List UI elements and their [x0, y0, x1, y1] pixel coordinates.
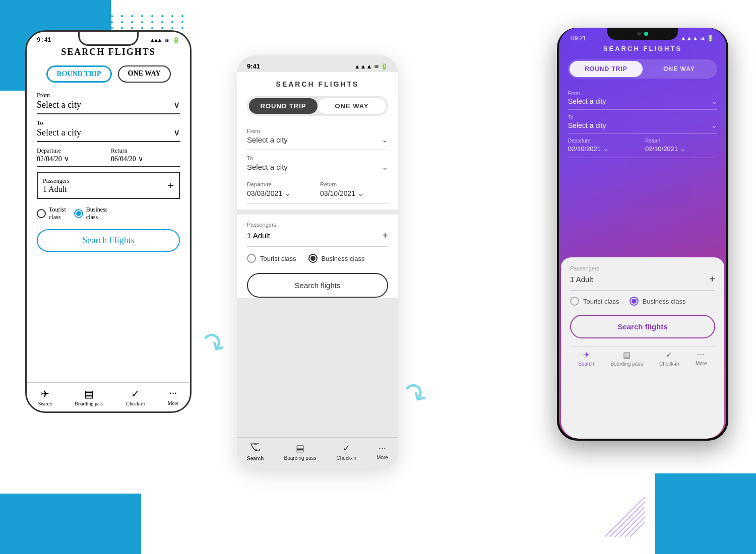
- final-dep-label: Departure: [568, 138, 640, 144]
- final-passengers[interactable]: Passengers 1 Adult +: [570, 265, 715, 291]
- final-business-radio[interactable]: [629, 297, 639, 306]
- mid-tourist-class[interactable]: Tourist class: [247, 254, 296, 263]
- final-boarding-icon: ▤: [623, 350, 631, 360]
- svg-line-1: [610, 502, 645, 537]
- final-dep-value: 02/10/2021: [568, 145, 640, 153]
- mid-departure[interactable]: Departure 03/03/2021: [247, 181, 315, 198]
- wireframe-to-field[interactable]: To Select a city ∨: [37, 119, 180, 142]
- wireframe-nav-more[interactable]: ··· More: [168, 388, 179, 406]
- mid-business-class[interactable]: Business class: [308, 254, 365, 263]
- final-tourist-class[interactable]: Tourist class: [570, 297, 619, 306]
- mid-nav-checkin[interactable]: ✓ Check-in: [337, 443, 356, 461]
- wireframe-passengers-box[interactable]: Passengers 1 Adult +: [37, 172, 180, 199]
- final-to-label: To: [568, 115, 717, 120]
- wireframe-from-chevron: ∨: [173, 99, 180, 110]
- wireframe-nav-search[interactable]: ✈ Search: [38, 388, 52, 406]
- arrow-2: ↷: [397, 374, 433, 414]
- mid-pass-row: 1 Adult +: [247, 230, 388, 241]
- wireframe-tourist-radio[interactable]: [37, 209, 46, 218]
- mid-to-label: To: [247, 155, 388, 161]
- svg-line-3: [620, 512, 645, 537]
- final-to-field[interactable]: To Select a city: [568, 112, 717, 134]
- mid-ret-chevron: [357, 188, 364, 198]
- final-one-way-tab[interactable]: ONE WAY: [643, 61, 716, 77]
- final-nav-boarding[interactable]: ▤ Boarding pass: [610, 350, 643, 367]
- mid-one-way-tab[interactable]: ONE WAY: [318, 98, 386, 114]
- wireframe-to-value: Select a city ∨: [37, 127, 180, 138]
- mid-search-btn[interactable]: Search flights: [247, 273, 388, 298]
- mid-round-trip-tab[interactable]: ROUND TRIP: [249, 98, 318, 114]
- wireframe-nav-checkin[interactable]: ✓ Check-in: [127, 388, 145, 406]
- mid-ret-label: Return: [320, 181, 388, 187]
- final-to-chevron: [711, 121, 717, 129]
- wireframe-from-field[interactable]: From Select a city ∨: [37, 92, 180, 114]
- final-nav-search[interactable]: ✈ Search: [578, 350, 594, 367]
- final-class-row: Tourist class Business class: [570, 297, 715, 306]
- diag-decoration: [605, 497, 645, 539]
- wireframe-bottom-nav: ✈ Search ▤ Boarding pass ✓ Check-in ··· …: [27, 382, 190, 406]
- mid-nav-more[interactable]: ··· More: [376, 443, 388, 461]
- final-search-btn[interactable]: Search flights: [570, 315, 715, 338]
- wireframe-add-passenger-icon[interactable]: +: [168, 179, 174, 192]
- wireframe-radio-dot: [76, 211, 81, 216]
- final-nav-more[interactable]: ··· More: [696, 350, 707, 367]
- final-from-value: Select a city: [568, 97, 717, 105]
- mid-to-field[interactable]: To Select a city: [247, 153, 388, 177]
- final-toggle: ROUND TRIP ONE WAY: [568, 59, 717, 79]
- wireframe-departure[interactable]: Departure 02/04/20 ∨: [37, 147, 106, 163]
- final-departure[interactable]: Departure 02/10/2021: [568, 138, 640, 153]
- final-return[interactable]: Return 02/10/2021: [645, 138, 717, 153]
- wireframe-pass-content: Passengers 1 Adult: [43, 177, 70, 194]
- wireframe-search-icon: ✈: [41, 388, 49, 400]
- final-nav-checkin[interactable]: ✓ Check-in: [659, 350, 679, 367]
- phone-wireframe: 9:41 ▲▲▲ ≋ 🔋 SEARCH FLIGHTS ROUND TRIP O…: [25, 30, 192, 413]
- wireframe-search-btn[interactable]: Search Flights: [37, 229, 180, 252]
- wireframe-tourist-label: Touristclass: [49, 206, 66, 221]
- final-business-class[interactable]: Business class: [629, 297, 686, 306]
- wireframe-round-trip-btn[interactable]: ROUND TRIP: [46, 65, 112, 83]
- wireframe-to-label: To: [37, 119, 180, 127]
- final-ret-label: Return: [645, 138, 717, 144]
- wireframe-return[interactable]: Return 06/04/20 ∨: [111, 147, 180, 163]
- final-camera-dot: [637, 32, 641, 36]
- wireframe-from-value: Select a city ∨: [37, 99, 180, 110]
- wireframe-business-radio[interactable]: [74, 209, 83, 218]
- final-camera-bar: [607, 28, 678, 40]
- final-from-chevron: [711, 97, 717, 105]
- final-from-field[interactable]: From Select a city: [568, 88, 717, 110]
- final-round-trip-tab[interactable]: ROUND TRIP: [570, 61, 643, 77]
- final-camera-green: [644, 32, 648, 36]
- mid-add-passenger-icon[interactable]: +: [382, 230, 388, 241]
- mid-return[interactable]: Return 03/10/2021: [320, 181, 388, 198]
- mid-from-field[interactable]: From Select a city: [247, 126, 388, 150]
- mid-dep-chevron: [284, 188, 291, 198]
- wireframe-checkin-icon: ✓: [131, 388, 140, 400]
- mid-nav-boarding[interactable]: ▤ Boarding pass: [284, 443, 317, 461]
- wireframe-from-label: From: [37, 92, 180, 99]
- mid-tourist-radio[interactable]: [247, 254, 256, 263]
- wireframe-business-class[interactable]: Businessclass: [74, 206, 108, 221]
- wireframe-to-chevron: ∨: [173, 127, 180, 138]
- mid-to-chevron: [382, 162, 388, 172]
- wireframe-one-way-btn[interactable]: ONE WAY: [118, 65, 171, 83]
- mid-business-radio[interactable]: [308, 254, 318, 263]
- bg-decoration-bottom-left: [0, 494, 141, 554]
- mid-dep-value: 03/03/2021: [247, 188, 315, 198]
- svg-line-4: [625, 517, 645, 537]
- mid-pass-label: Passengers: [247, 222, 388, 228]
- mid-class-row: Tourist class Business class: [247, 254, 388, 263]
- final-ret-value: 02/10/2021: [645, 145, 717, 153]
- mid-passengers[interactable]: Passengers 1 Adult +: [247, 222, 388, 247]
- final-add-passenger-icon[interactable]: +: [709, 273, 715, 285]
- mid-to-value: Select a city: [247, 162, 388, 172]
- final-tourist-radio[interactable]: [570, 297, 579, 306]
- final-lower-section: Passengers 1 Adult + Tourist class Busin…: [561, 257, 724, 439]
- wireframe-nav-boarding[interactable]: ▤ Boarding pass: [75, 388, 103, 406]
- mid-more-icon: ···: [379, 443, 386, 453]
- wireframe-class-row: Touristclass Businessclass: [37, 206, 180, 221]
- mid-checkin-icon: ✓: [343, 443, 350, 454]
- mid-nav-search[interactable]: Search: [247, 443, 264, 461]
- wireframe-tourist-class[interactable]: Touristclass: [37, 206, 66, 221]
- final-dates: Departure 02/10/2021 Return 02/10/2021: [568, 138, 717, 158]
- mid-from-value: Select a city: [247, 135, 388, 145]
